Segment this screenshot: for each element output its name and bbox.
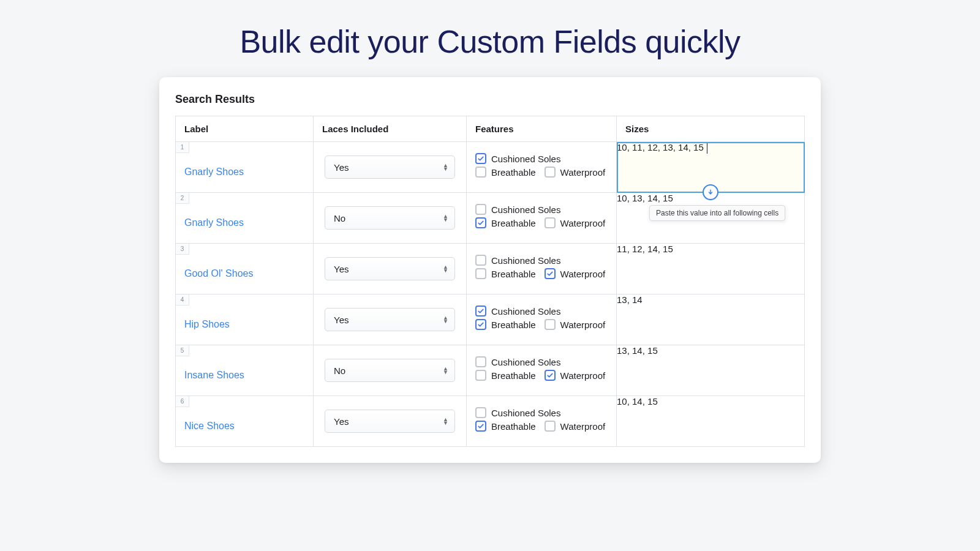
checkbox-cushioned-label: Cushioned Soles — [491, 204, 560, 215]
checkbox-breathable-label: Breathable — [491, 167, 536, 178]
checkbox-breathable-label: Breathable — [491, 320, 536, 330]
row-index: 1 — [176, 142, 189, 153]
sizes-cell[interactable]: 10, 11, 12, 13, 14, 15 Paste this value … — [617, 142, 805, 193]
col-header-features[interactable]: Features — [467, 116, 617, 142]
laces-select[interactable]: Yes ▲▼ — [325, 410, 455, 433]
row-index: 6 — [176, 396, 189, 407]
product-label-link[interactable]: Good Ol' Shoes — [184, 268, 253, 279]
checkbox-waterproof-label: Waterproof — [560, 320, 606, 330]
product-label-link[interactable]: Hip Shoes — [184, 319, 230, 329]
checkbox-cushioned-label: Cushioned Soles — [491, 306, 560, 317]
laces-select-value: Yes — [334, 162, 349, 173]
checkbox-breathable-label: Breathable — [491, 370, 536, 381]
row-index: 3 — [176, 244, 189, 255]
checkbox-waterproof[interactable]: Waterproof — [545, 268, 606, 279]
select-stepper-icon: ▲▼ — [443, 418, 448, 425]
product-label-link[interactable]: Insane Shoes — [184, 370, 244, 380]
laces-select[interactable]: Yes ▲▼ — [325, 156, 455, 179]
checkbox-waterproof[interactable]: Waterproof — [545, 319, 606, 330]
sizes-cell[interactable]: 11, 12, 14, 15 — [617, 244, 805, 294]
sizes-cell[interactable]: 13, 14 — [617, 294, 805, 345]
row-index: 2 — [176, 193, 189, 204]
checkbox-waterproof-label: Waterproof — [560, 218, 606, 228]
select-stepper-icon: ▲▼ — [443, 214, 448, 222]
table-row: 1 Gnarly Shoes Yes ▲▼ — [176, 142, 805, 193]
checkbox-breathable-label: Breathable — [491, 269, 536, 279]
laces-select[interactable]: Yes ▲▼ — [325, 308, 455, 331]
sizes-value: 13, 14 — [617, 294, 643, 305]
sizes-value: 10, 14, 15 — [617, 396, 658, 407]
checkbox-breathable[interactable]: Breathable — [475, 370, 536, 381]
col-header-laces[interactable]: Laces Included — [314, 116, 467, 142]
results-table: Label Laces Included Features Sizes 1 Gn… — [175, 116, 805, 447]
row-index: 4 — [176, 294, 189, 305]
results-heading: Search Results — [175, 93, 805, 106]
sizes-value: 11, 12, 14, 15 — [617, 244, 673, 254]
checkbox-waterproof[interactable]: Waterproof — [545, 421, 606, 432]
laces-select-value: No — [334, 365, 345, 376]
checkbox-waterproof-label: Waterproof — [560, 370, 606, 381]
checkbox-breathable-label: Breathable — [491, 421, 536, 432]
checkbox-breathable[interactable]: Breathable — [475, 268, 536, 279]
select-stepper-icon: ▲▼ — [443, 163, 448, 171]
laces-select-value: Yes — [334, 264, 349, 274]
fill-down-tooltip: Paste this value into all following cell… — [649, 205, 785, 221]
checkbox-cushioned[interactable]: Cushioned Soles — [475, 255, 560, 266]
select-stepper-icon: ▲▼ — [443, 265, 448, 272]
table-row: 3 Good Ol' Shoes Yes ▲▼ — [176, 244, 805, 294]
checkbox-waterproof[interactable]: Waterproof — [545, 167, 606, 178]
checkbox-cushioned[interactable]: Cushioned Soles — [475, 356, 560, 367]
checkbox-cushioned-label: Cushioned Soles — [491, 154, 560, 164]
checkbox-cushioned[interactable]: Cushioned Soles — [475, 153, 560, 164]
page-title: Bulk edit your Custom Fields quickly — [0, 0, 980, 77]
table-row: 6 Nice Shoes Yes ▲▼ — [176, 396, 805, 447]
checkbox-waterproof-label: Waterproof — [560, 421, 606, 432]
sizes-cell[interactable]: 10, 14, 15 — [617, 396, 805, 447]
checkbox-waterproof-label: Waterproof — [560, 269, 606, 279]
laces-select[interactable]: No ▲▼ — [325, 359, 455, 382]
laces-select-value: No — [334, 213, 345, 223]
laces-select-value: Yes — [334, 416, 349, 427]
checkbox-waterproof[interactable]: Waterproof — [545, 217, 606, 228]
checkbox-breathable[interactable]: Breathable — [475, 167, 536, 178]
col-header-label[interactable]: Label — [176, 116, 314, 142]
sizes-value: 13, 14, 15 — [617, 345, 658, 356]
checkbox-cushioned-label: Cushioned Soles — [491, 255, 560, 266]
product-label-link[interactable]: Nice Shoes — [184, 421, 235, 431]
row-index: 5 — [176, 345, 189, 356]
sizes-value: 10, 13, 14, 15 — [617, 193, 673, 203]
checkbox-breathable[interactable]: Breathable — [475, 217, 536, 228]
checkbox-cushioned[interactable]: Cushioned Soles — [475, 407, 560, 418]
text-caret — [707, 143, 707, 154]
checkbox-waterproof[interactable]: Waterproof — [545, 370, 606, 381]
laces-select[interactable]: No ▲▼ — [325, 206, 455, 230]
results-card: Search Results Label Laces Included Feat… — [159, 77, 821, 463]
checkbox-cushioned-label: Cushioned Soles — [491, 357, 560, 367]
product-label-link[interactable]: Gnarly Shoes — [184, 167, 244, 177]
checkbox-breathable-label: Breathable — [491, 218, 536, 228]
checkbox-cushioned[interactable]: Cushioned Soles — [475, 305, 560, 317]
product-label-link[interactable]: Gnarly Shoes — [184, 217, 244, 228]
checkbox-breathable[interactable]: Breathable — [475, 421, 536, 432]
sizes-cell[interactable]: 13, 14, 15 — [617, 345, 805, 396]
checkbox-waterproof-label: Waterproof — [560, 167, 606, 178]
checkbox-cushioned-label: Cushioned Soles — [491, 408, 560, 418]
col-header-sizes[interactable]: Sizes — [617, 116, 805, 142]
sizes-value: 10, 11, 12, 13, 14, 15 — [617, 142, 704, 152]
select-stepper-icon: ▲▼ — [443, 367, 448, 374]
checkbox-breathable[interactable]: Breathable — [475, 319, 536, 330]
table-row: 5 Insane Shoes No ▲▼ — [176, 345, 805, 396]
laces-select-value: Yes — [334, 315, 349, 325]
table-row: 4 Hip Shoes Yes ▲▼ — [176, 294, 805, 345]
fill-down-handle[interactable]: Paste this value into all following cell… — [703, 184, 718, 200]
laces-select[interactable]: Yes ▲▼ — [325, 257, 455, 280]
select-stepper-icon: ▲▼ — [443, 316, 448, 323]
checkbox-cushioned[interactable]: Cushioned Soles — [475, 204, 560, 215]
